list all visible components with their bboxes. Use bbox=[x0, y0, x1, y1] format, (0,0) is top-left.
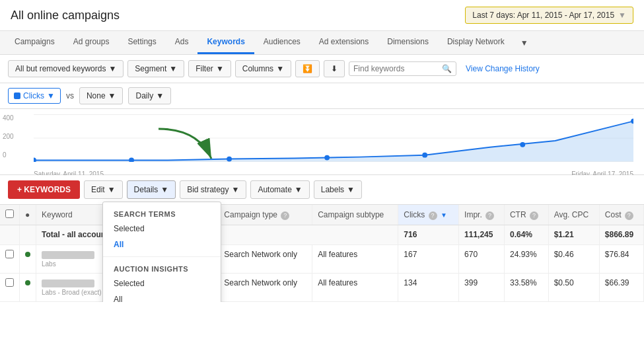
chevron-down-icon: ▼ bbox=[232, 185, 240, 194]
keyword-filter-label: All but removed keywords bbox=[15, 64, 106, 73]
avg-cpc-header-label: Avg. CPC bbox=[554, 210, 589, 219]
filter-label: Filter bbox=[196, 64, 213, 73]
sort-descending-icon: ▼ bbox=[441, 211, 447, 219]
svg-point-8 bbox=[422, 153, 427, 158]
ctr-help-icon[interactable]: ? bbox=[530, 211, 538, 220]
toolbar: All but removed keywords ▼ Segment ▼ Fil… bbox=[0, 55, 644, 83]
row2-campaign: Labs - Broad (exact) bbox=[42, 289, 102, 296]
cost-header-label: Cost bbox=[605, 210, 622, 219]
bid-strategy-button[interactable]: Bid strategy ▼ bbox=[180, 180, 246, 199]
svg-point-9 bbox=[520, 142, 525, 147]
table-row: Labs Eligible $0.50 Search Network only … bbox=[0, 245, 644, 274]
chevron-down-icon: ▼ bbox=[108, 91, 116, 100]
tab-keywords[interactable]: Keywords bbox=[197, 31, 254, 54]
period-button[interactable]: Daily ▼ bbox=[128, 87, 171, 104]
row1-campaign-subtype-cell: All features bbox=[312, 245, 398, 274]
cost-help-icon[interactable]: ? bbox=[625, 211, 633, 220]
row1-checkbox-cell bbox=[0, 245, 20, 274]
details-label: Details bbox=[134, 185, 159, 194]
details-button[interactable]: Details ▼ bbox=[127, 180, 176, 199]
search-icon: 🔍 bbox=[442, 64, 452, 73]
y-label-400: 400 bbox=[3, 114, 20, 122]
y-label-0: 0 bbox=[3, 151, 20, 159]
chart-area: 400 200 0 Saturday, April 11, 2015 Frida… bbox=[0, 109, 644, 175]
tab-navigation: Campaigns Ad groups Settings Ads Keyword… bbox=[0, 31, 644, 55]
tab-ad-groups[interactable]: Ad groups bbox=[64, 31, 119, 54]
total-dot-cell bbox=[20, 225, 36, 245]
edit-button[interactable]: Edit ▼ bbox=[84, 180, 123, 199]
compare-metric-button[interactable]: None ▼ bbox=[79, 87, 124, 104]
compare-label: None bbox=[87, 91, 106, 100]
search-box: 🔍 bbox=[349, 61, 456, 76]
total-label: Total - all account bbox=[42, 230, 108, 239]
keywords-table: ● Keyword Status ? Max. CPC Campaign typ… bbox=[0, 205, 644, 302]
svg-point-5 bbox=[129, 158, 134, 162]
automate-label: Automate bbox=[258, 185, 291, 194]
clicks-header-label: Clicks bbox=[404, 210, 425, 219]
row1-cost-cell: $76.84 bbox=[599, 245, 643, 274]
tab-dimensions[interactable]: Dimensions bbox=[378, 31, 438, 54]
impr-help-icon[interactable]: ? bbox=[485, 211, 494, 220]
chevron-down-icon: ▼ bbox=[169, 64, 177, 73]
metric-label: Clicks bbox=[23, 91, 44, 100]
table-header-row: ● Keyword Status ? Max. CPC Campaign typ… bbox=[0, 205, 644, 225]
select-all-checkbox[interactable] bbox=[5, 209, 14, 218]
tab-ad-extensions[interactable]: Ad extensions bbox=[310, 31, 378, 54]
auction-insights-section-title: AUCTION INSIGHTS bbox=[103, 261, 221, 276]
keyword-filter-button[interactable]: All but removed keywords ▼ bbox=[8, 60, 124, 77]
row2-campaign-type: Search Network only bbox=[224, 278, 297, 287]
segment-button[interactable]: Segment ▼ bbox=[127, 60, 184, 77]
row2-checkbox[interactable] bbox=[5, 278, 14, 287]
row1-ctr-cell: 24.93% bbox=[504, 245, 548, 274]
clicks-help-icon[interactable]: ? bbox=[429, 211, 437, 220]
labels-button[interactable]: Labels ▼ bbox=[314, 180, 362, 199]
metric-selector-button[interactable]: Clicks ▼ bbox=[8, 88, 61, 104]
impr-column-header: Impr. ? bbox=[459, 205, 505, 225]
tab-more-button[interactable]: ▼ bbox=[514, 32, 535, 54]
chart-icon-button[interactable]: ⏬ bbox=[295, 60, 320, 77]
campaign-subtype-column-header: Campaign subtype bbox=[312, 205, 398, 225]
date-range-button[interactable]: Last 7 days: Apr 11, 2015 - Apr 17, 2015… bbox=[465, 7, 633, 24]
tab-campaigns[interactable]: Campaigns bbox=[5, 31, 64, 54]
auction-insights-all-item[interactable]: All bbox=[103, 291, 221, 302]
green-status-dot bbox=[25, 252, 30, 257]
cost-column-header: Cost ? bbox=[599, 205, 643, 225]
labels-label: Labels bbox=[321, 185, 344, 194]
auction-insights-selected-item[interactable]: Selected bbox=[103, 276, 221, 291]
view-change-history-link[interactable]: View Change History bbox=[466, 64, 540, 73]
campaign-type-help-icon[interactable]: ? bbox=[281, 211, 289, 220]
columns-button[interactable]: Columns ▼ bbox=[235, 60, 291, 77]
table-container: ● Keyword Status ? Max. CPC Campaign typ… bbox=[0, 205, 644, 302]
search-terms-selected-item[interactable]: Selected bbox=[103, 221, 221, 237]
search-input[interactable] bbox=[353, 64, 439, 73]
download-button[interactable]: ⬇ bbox=[324, 60, 345, 77]
tab-display-network[interactable]: Display Network bbox=[438, 31, 514, 54]
row2-cost-cell: $66.39 bbox=[599, 274, 643, 302]
row2-status-dot bbox=[20, 274, 36, 302]
tab-audiences[interactable]: Audiences bbox=[254, 31, 310, 54]
add-keywords-button[interactable]: + KEYWORDS bbox=[8, 180, 80, 199]
chevron-down-icon: ▼ bbox=[295, 185, 303, 194]
row1-checkbox[interactable] bbox=[5, 250, 14, 258]
chart-svg bbox=[34, 114, 633, 169]
filter-button[interactable]: Filter ▼ bbox=[188, 60, 231, 77]
chevron-down-icon: ▼ bbox=[108, 185, 116, 194]
date-range-text: Last 7 days: Apr 11, 2015 - Apr 17, 2015 bbox=[472, 11, 614, 20]
table-total-row: Total - all account ? 716 111,245 0.64% … bbox=[0, 225, 644, 245]
columns-label: Columns bbox=[242, 64, 273, 73]
row1-clicks-cell: 167 bbox=[398, 245, 459, 274]
chevron-down-icon: ▼ bbox=[216, 64, 224, 73]
chevron-down-icon: ▼ bbox=[347, 185, 355, 194]
tab-ads[interactable]: Ads bbox=[166, 31, 198, 54]
page-header: All online campaigns Last 7 days: Apr 11… bbox=[0, 0, 644, 31]
total-impr-cell: 111,245 bbox=[459, 225, 505, 245]
tab-settings[interactable]: Settings bbox=[118, 31, 165, 54]
campaign-subtype-header-label: Campaign subtype bbox=[318, 210, 384, 219]
campaign-type-column-header: Campaign type ? bbox=[219, 205, 312, 225]
search-terms-all-item[interactable]: All bbox=[103, 237, 221, 252]
total-cost-cell: $866.89 bbox=[599, 225, 643, 245]
chart-y-labels: 400 200 0 bbox=[0, 114, 23, 159]
clicks-column-header[interactable]: Clicks ? ▼ bbox=[398, 205, 459, 225]
table-row: Labs - Broad (exact) Eligible $3.04 Sear… bbox=[0, 274, 644, 302]
automate-button[interactable]: Automate ▼ bbox=[250, 180, 309, 199]
